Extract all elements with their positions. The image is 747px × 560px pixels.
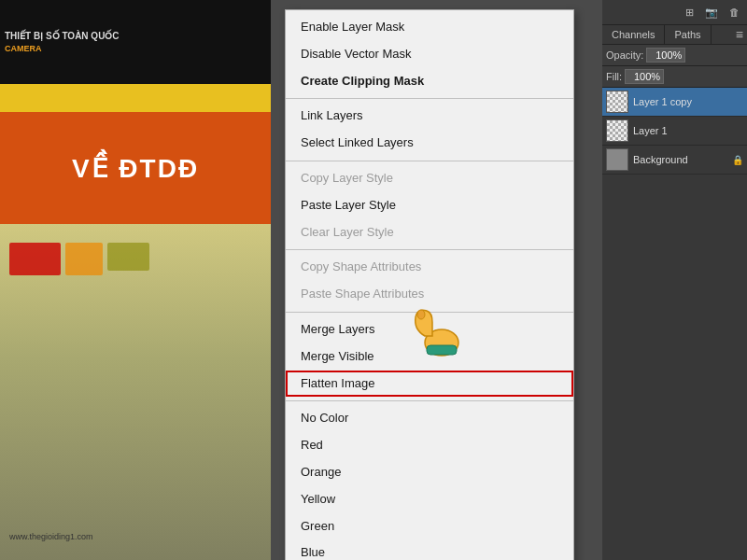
layer-entry[interactable]: Layer 1	[602, 117, 747, 146]
menu-item-enable-layer-mask[interactable]: Enable Layer Mask	[286, 14, 573, 41]
fill-label: Fill:	[606, 71, 622, 82]
menu-item-disable-vector-mask[interactable]: Disable Vector Mask	[286, 41, 573, 68]
menu-item-merge-visible[interactable]: Merge Visible	[286, 343, 573, 371]
menu-item-copy-layer-style: Copy Layer Style	[286, 165, 573, 192]
layer-entry[interactable]: Layer 1 copy	[602, 88, 747, 117]
layer-name: Layer 1 copy	[633, 96, 692, 107]
menu-item-merge-layers[interactable]: Merge Layers	[286, 316, 573, 343]
panel-menu-icon[interactable]: ≡	[732, 25, 747, 44]
menu-separator	[286, 161, 573, 161]
menu-item-paste-layer-style[interactable]: Paste Layer Style	[286, 192, 573, 219]
layer-thumbnail	[606, 91, 628, 113]
camera-icon[interactable]: 📷	[702, 3, 721, 21]
menu-item-green[interactable]: Green	[286, 513, 573, 540]
layer-lock-icon: 🔒	[732, 155, 743, 165]
menu-item-flatten-image[interactable]: Flatten Image	[286, 371, 573, 398]
menu-item-blue[interactable]: Blue	[286, 539, 573, 560]
menu-item-copy-shape-attributes: Copy Shape Attributes	[286, 254, 573, 281]
menu-item-no-color[interactable]: No Color	[286, 405, 573, 432]
menu-separator	[286, 98, 573, 99]
panel-header: ⊞ 📷 🗑	[602, 0, 747, 25]
menu-item-select-linked-layers[interactable]: Select Linked Layers	[286, 130, 573, 157]
layer-thumbnail	[606, 148, 628, 171]
menu-item-paste-shape-attributes: Paste Shape Attributes	[286, 281, 573, 308]
layer-name: Layer 1	[633, 125, 668, 136]
tab-channels[interactable]: Channels	[602, 25, 665, 44]
layer-thumbnail	[606, 119, 628, 142]
menu-item-link-layers[interactable]: Link Layers	[286, 103, 573, 130]
layers-list: Layer 1 copyLayer 1Background🔒	[602, 88, 747, 175]
grid-icon[interactable]: ⊞	[680, 3, 698, 21]
trash-icon[interactable]: 🗑	[725, 3, 743, 21]
layers-panel: ⊞ 📷 🗑 Channels Paths ≡ Opacity: Fill: La…	[602, 0, 747, 560]
menu-item-create-clipping-mask[interactable]: Create Clipping Mask	[286, 68, 573, 95]
menu-separator	[286, 249, 573, 250]
tab-paths[interactable]: Paths	[665, 25, 711, 44]
layer-name: Background	[633, 154, 688, 165]
menu-separator	[286, 400, 573, 401]
layer-entry[interactable]: Background🔒	[602, 146, 747, 175]
menu-separator	[286, 312, 573, 313]
menu-item-yellow[interactable]: Yellow	[286, 486, 573, 513]
opacity-control: Opacity:	[602, 45, 747, 66]
opacity-input[interactable]	[646, 48, 685, 63]
panel-tabs: Channels Paths ≡	[602, 25, 747, 45]
menu-item-red[interactable]: Red	[286, 432, 573, 459]
menu-item-orange[interactable]: Orange	[286, 459, 573, 486]
context-menu-overlay: Enable Layer MaskDisable Vector MaskCrea…	[0, 0, 602, 560]
fill-input[interactable]	[625, 69, 664, 84]
opacity-label: Opacity:	[606, 49, 643, 61]
context-menu: Enable Layer MaskDisable Vector MaskCrea…	[285, 9, 574, 560]
menu-item-clear-layer-style: Clear Layer Style	[286, 219, 573, 246]
fill-control: Fill:	[602, 66, 747, 88]
